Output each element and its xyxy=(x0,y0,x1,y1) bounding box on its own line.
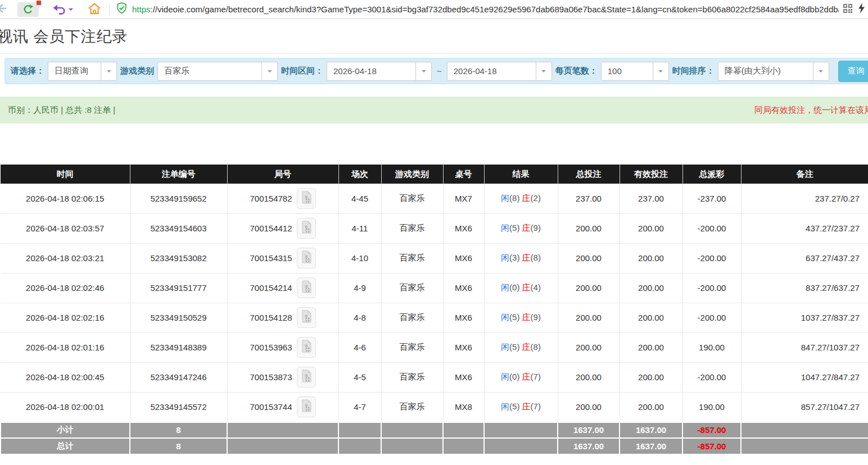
footer-valid-bet: 1637.00 xyxy=(620,422,682,438)
video-replay-button[interactable] xyxy=(297,277,316,298)
refresh-icon[interactable] xyxy=(17,2,39,17)
video-file-icon xyxy=(301,310,312,325)
table-row: 2026-04-18 02:02:16523349150529700154128… xyxy=(1,303,868,332)
round-id: 700153963 xyxy=(250,343,292,352)
qr-code-icon[interactable] xyxy=(843,4,852,15)
cell-game-type: 百家乐 xyxy=(381,303,443,332)
video-replay-button[interactable] xyxy=(297,307,316,328)
cell-round-id: 700154214 xyxy=(227,273,338,303)
video-file-icon xyxy=(301,221,312,236)
cell-round-id: 700153873 xyxy=(227,362,338,392)
cell-bet-id: 523349150529 xyxy=(130,303,227,332)
column-header: 有效投注 xyxy=(620,165,682,184)
table-row: 2026-04-18 02:02:46523349151777700154214… xyxy=(1,273,868,303)
filter-bar: 请选择： 日期查询 游戏类别 百家乐 时间区间： 2026-04-18 ~ 20… xyxy=(4,58,868,84)
cell-round-id: 700154412 xyxy=(227,213,338,243)
cell-table-no: MX6 xyxy=(443,332,484,362)
search-button[interactable]: 查询 xyxy=(838,61,868,82)
footer-label: 总计 xyxy=(1,438,130,454)
cell-valid-bet: 200.00 xyxy=(620,243,682,273)
lightning-icon[interactable] xyxy=(858,3,865,16)
chevron-down-icon xyxy=(101,62,116,80)
cell-bet-id: 523349151777 xyxy=(130,273,227,303)
date-from-select[interactable]: 2026-04-18 xyxy=(327,62,432,81)
cell-result: 闲(5) 庄(8) xyxy=(484,332,558,362)
footer-remark xyxy=(741,438,868,454)
cell-session: 4-7 xyxy=(338,392,381,422)
cell-table-no: MX6 xyxy=(443,213,484,243)
footer-remark xyxy=(741,422,868,438)
game-type-select[interactable]: 百家乐 xyxy=(157,62,278,81)
cell-bet-id: 523349148389 xyxy=(130,332,227,362)
cell-total-bet: 200.00 xyxy=(558,362,620,392)
page-title: 视讯 会员下注纪录 xyxy=(0,26,128,47)
column-header: 结果 xyxy=(484,165,558,184)
cell-valid-bet: 200.00 xyxy=(620,332,682,362)
game-type-label: 游戏类别 xyxy=(120,66,154,76)
cell-session: 4-8 xyxy=(338,303,381,332)
notification-badge xyxy=(37,1,41,5)
table-body: 2026-04-18 02:06:15523349159652700154782… xyxy=(1,184,868,422)
url-bar[interactable]: https://videoie.com/game/betrecord_searc… xyxy=(132,4,839,14)
cell-game-type: 百家乐 xyxy=(381,213,443,243)
round-id: 700154782 xyxy=(250,194,292,203)
time-range-label: 时间区间： xyxy=(281,66,323,76)
chevron-down-icon[interactable] xyxy=(69,8,73,13)
cell-valid-bet: 200.00 xyxy=(620,273,682,303)
chevron-down-icon xyxy=(415,62,431,80)
cell-table-no: MX6 xyxy=(443,362,484,392)
cell-table-no: MX6 xyxy=(443,273,484,303)
column-header: 总投注 xyxy=(558,165,620,184)
home-icon[interactable] xyxy=(88,2,101,17)
cell-time: 2026-04-18 02:06:15 xyxy=(1,184,130,213)
query-type-select[interactable]: 日期查询 xyxy=(48,62,117,81)
cell-time: 2026-04-18 02:03:57 xyxy=(1,213,130,243)
cell-session: 4-5 xyxy=(338,362,381,392)
cell-table-no: MX6 xyxy=(443,243,484,273)
cell-valid-bet: 200.00 xyxy=(620,362,682,392)
cell-game-type: 百家乐 xyxy=(381,392,443,422)
cell-session: 4-10 xyxy=(338,243,381,273)
cell-valid-bet: 200.00 xyxy=(620,213,682,243)
video-replay-button[interactable] xyxy=(297,188,316,209)
date-to-select[interactable]: 2026-04-18 xyxy=(447,62,552,81)
query-type-label: 请选择： xyxy=(11,66,44,76)
video-replay-button[interactable] xyxy=(297,396,316,417)
cell-payout: 190.00 xyxy=(682,332,741,362)
column-header: 备注 xyxy=(741,165,868,184)
video-replay-button[interactable] xyxy=(297,248,316,268)
video-replay-button[interactable] xyxy=(297,337,316,358)
video-replay-button[interactable] xyxy=(297,218,316,239)
footer-payout: -857.00 xyxy=(682,422,741,438)
cell-payout: -200.00 xyxy=(682,362,741,392)
video-file-icon xyxy=(301,250,312,266)
undo-icon[interactable] xyxy=(52,4,66,15)
back-arrow-icon[interactable] xyxy=(0,2,7,17)
browser-toolbar: https://videoie.com/game/betrecord_searc… xyxy=(0,0,868,19)
table-header-row: 时间注单编号局号场次游戏类别桌号结果总投注有效投注总派彩备注 xyxy=(1,165,868,184)
cell-time: 2026-04-18 02:02:46 xyxy=(1,273,130,303)
toolbar-divider xyxy=(109,4,110,15)
chevron-down-icon xyxy=(261,62,277,80)
cell-payout: -200.00 xyxy=(682,303,741,332)
cell-time: 2026-04-18 02:02:16 xyxy=(1,303,130,332)
security-shield-icon xyxy=(116,2,127,16)
chevron-down-icon xyxy=(536,62,551,80)
footer-label: 小计 xyxy=(1,422,130,438)
table-row: 2026-04-18 02:03:57523349154603700154412… xyxy=(1,213,868,243)
range-separator: ~ xyxy=(437,66,442,76)
summary-bar: 币别：人民币 | 总共 :8 注单 | 同局有效投注，统一计算在该局 xyxy=(0,97,868,124)
video-replay-button[interactable] xyxy=(297,367,316,388)
cell-time: 2026-04-18 02:00:45 xyxy=(1,362,130,392)
time-sort-select[interactable]: 降幂(由大到小) xyxy=(718,62,829,81)
cell-table-no: MX6 xyxy=(443,303,484,332)
cell-round-id: 700153744 xyxy=(227,392,338,422)
cell-remark: 837.27/637.27 xyxy=(741,273,868,303)
cell-bet-id: 523349159652 xyxy=(130,184,227,213)
cell-session: 4-6 xyxy=(338,332,381,362)
cell-result: 闲(0) 庄(7) xyxy=(484,362,558,392)
time-sort-label: 时间排序： xyxy=(672,66,715,76)
cell-time: 2026-04-18 02:01:16 xyxy=(1,332,130,362)
page-size-select[interactable]: 100 xyxy=(601,62,669,81)
cell-round-id: 700154315 xyxy=(227,243,338,273)
